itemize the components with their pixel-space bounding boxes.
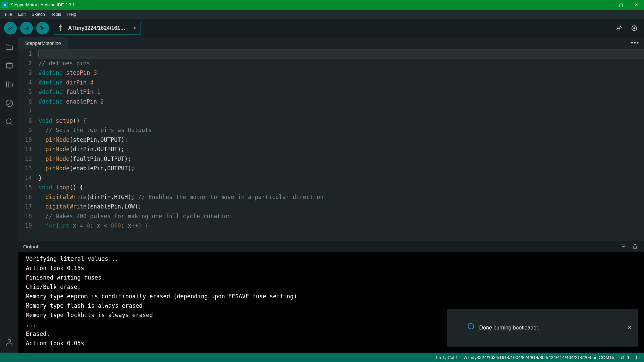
status-bar: Ln 1, Col 1 ATtiny3224/1624/1614/1604/82… bbox=[0, 353, 644, 362]
debug-play-icon bbox=[39, 25, 46, 32]
bell-icon bbox=[620, 355, 625, 360]
serial-monitor-button[interactable] bbox=[629, 22, 640, 34]
menu-edit[interactable]: Edit bbox=[15, 10, 29, 18]
activity-bar bbox=[0, 37, 18, 353]
menu-tools[interactable]: Tools bbox=[48, 10, 64, 18]
arduino-logo-icon: ∞ bbox=[2, 2, 8, 8]
library-icon bbox=[5, 80, 14, 89]
code-editor[interactable]: 12345678910111213141516171819 // defines… bbox=[18, 49, 644, 241]
toast-close-button[interactable]: ✕ bbox=[627, 323, 632, 333]
window-title: StepperMotor | Arduino IDE 2.3.1 bbox=[11, 2, 598, 7]
serial-plotter-button[interactable] bbox=[614, 22, 625, 34]
upload-button[interactable] bbox=[20, 22, 33, 35]
maximize-button[interactable]: ▢ bbox=[613, 0, 629, 10]
verify-button[interactable] bbox=[4, 22, 17, 35]
status-notifications[interactable]: 1 bbox=[620, 355, 630, 360]
output-title: Output bbox=[23, 244, 38, 249]
board-selector[interactable]: ATtiny3224/1624/161… ▼ bbox=[54, 22, 141, 35]
board-icon bbox=[5, 61, 14, 70]
tab-steppermotor[interactable]: StepperMotor.ino bbox=[18, 37, 68, 49]
status-cursor-position[interactable]: Ln 1, Col 1 bbox=[436, 355, 458, 360]
toast-message: Done burning bootloader. bbox=[479, 323, 539, 333]
panel-icon bbox=[636, 355, 641, 360]
editor-tabs: StepperMotor.ino ••• bbox=[18, 37, 644, 49]
debug-sidebar-button[interactable] bbox=[4, 98, 14, 108]
debug-button[interactable] bbox=[36, 22, 49, 35]
tab-label: StepperMotor.ino bbox=[25, 41, 61, 46]
close-button[interactable]: ✕ bbox=[629, 0, 644, 10]
search-icon bbox=[5, 118, 14, 126]
no-icon bbox=[5, 99, 14, 108]
svg-point-1 bbox=[60, 29, 61, 31]
code-area[interactable]: // defines pins #define stepPin 3 #defin… bbox=[39, 49, 644, 241]
serial-monitor-icon bbox=[631, 24, 638, 32]
account-icon bbox=[5, 338, 14, 347]
svg-rect-9 bbox=[633, 246, 636, 248]
arrow-right-icon bbox=[23, 25, 30, 32]
svg-point-4 bbox=[631, 27, 632, 28]
output-text: Verifying literal values... Action took … bbox=[26, 255, 297, 347]
search-button[interactable] bbox=[4, 117, 14, 127]
svg-point-8 bbox=[8, 339, 11, 342]
output-lock-button[interactable] bbox=[631, 243, 639, 249]
line-gutter: 12345678910111213141516171819 bbox=[18, 49, 39, 241]
status-close-output[interactable] bbox=[636, 355, 641, 360]
svg-point-7 bbox=[6, 119, 11, 124]
notification-toast: Done burning bootloader. ✕ bbox=[447, 309, 638, 347]
usb-icon bbox=[58, 24, 63, 32]
chevron-down-icon: ▼ bbox=[133, 26, 137, 30]
toolbar: ATtiny3224/1624/161… ▼ bbox=[0, 19, 644, 37]
svg-rect-11 bbox=[637, 356, 640, 359]
info-icon bbox=[453, 313, 474, 342]
boards-manager-button[interactable] bbox=[4, 61, 14, 71]
svg-rect-5 bbox=[6, 64, 12, 68]
svg-point-0 bbox=[40, 26, 41, 27]
titlebar: ∞ StepperMotor | Arduino IDE 2.3.1 ─ ▢ ✕ bbox=[0, 0, 644, 10]
folder-icon bbox=[5, 43, 14, 51]
minimize-button[interactable]: ─ bbox=[598, 0, 613, 10]
svg-point-3 bbox=[633, 27, 635, 29]
account-button[interactable] bbox=[4, 337, 14, 347]
status-board-port[interactable]: ATtiny3224/1624/1614/1604/824/814/804/42… bbox=[464, 355, 614, 360]
menu-help[interactable]: Help bbox=[64, 10, 79, 18]
menubar: File Edit Sketch Tools Help bbox=[0, 10, 644, 19]
library-manager-button[interactable] bbox=[4, 79, 14, 89]
board-selector-label: ATtiny3224/1624/161… bbox=[68, 25, 128, 31]
plotter-icon bbox=[616, 24, 623, 32]
menu-sketch[interactable]: Sketch bbox=[29, 10, 48, 18]
menu-file[interactable]: File bbox=[2, 10, 15, 18]
output-header: Output bbox=[18, 241, 644, 252]
tab-overflow-button[interactable]: ••• bbox=[631, 37, 644, 49]
check-icon bbox=[7, 25, 14, 32]
sketchbook-button[interactable] bbox=[4, 42, 14, 52]
output-panel[interactable]: Verifying literal values... Action took … bbox=[18, 252, 644, 353]
output-filter-button[interactable] bbox=[619, 243, 628, 249]
